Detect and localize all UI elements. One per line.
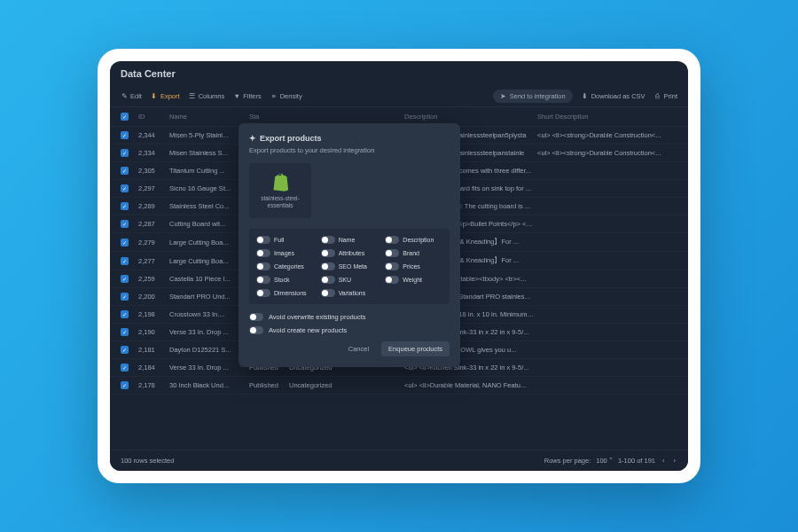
- avoid-create-label: Avoid create new products: [269, 326, 347, 334]
- option-toggle[interactable]: [321, 289, 335, 297]
- row-checkbox[interactable]: [121, 328, 129, 336]
- row-checkbox[interactable]: [121, 202, 129, 210]
- export-button[interactable]: ⬇ Export: [151, 92, 180, 100]
- row-checkbox[interactable]: [121, 364, 129, 372]
- row-checkbox[interactable]: [121, 275, 129, 283]
- send-label: Send to integration: [510, 92, 566, 100]
- row-checkbox[interactable]: [121, 257, 129, 265]
- row-checkbox[interactable]: [121, 239, 129, 246]
- option-toggle[interactable]: [385, 276, 399, 284]
- cell-id: 2,277: [138, 257, 169, 265]
- download-csv-button[interactable]: ⬇ Download as CSV: [582, 92, 645, 100]
- download-icon: ⬇: [151, 93, 158, 100]
- send-icon: ➤: [500, 93, 507, 100]
- header-checkbox[interactable]: [121, 113, 138, 121]
- cell-id: 2,184: [138, 364, 169, 372]
- cell-name: Sicno 16 Gauge St...: [169, 184, 249, 192]
- option-toggle[interactable]: [256, 262, 270, 270]
- header-id[interactable]: ID: [138, 113, 169, 121]
- option-toggle[interactable]: [385, 236, 399, 244]
- page-range: 1-100 of 191: [618, 457, 655, 465]
- cell-status: Published: [249, 381, 289, 389]
- cell-name: Misen Stainless S...: [169, 149, 249, 157]
- edit-button[interactable]: ✎ Edit: [121, 92, 142, 100]
- header-status[interactable]: Sta: [249, 113, 289, 121]
- cell-id: 2,181: [138, 346, 169, 354]
- row-checkbox[interactable]: [121, 293, 129, 301]
- table-row[interactable]: 2,17830 Inch Black Und...PublishedUncate…: [110, 377, 688, 395]
- filters-button[interactable]: ▼ Filters: [233, 92, 261, 100]
- option-toggle[interactable]: [256, 249, 270, 257]
- integration-card[interactable]: stainless-steel-essentials: [249, 163, 311, 218]
- option-toggle[interactable]: [385, 249, 399, 257]
- option-toggle[interactable]: [321, 236, 335, 244]
- cell-name: Titanium Cutting ...: [169, 167, 249, 175]
- cell-name: 30 Inch Black Und...: [169, 381, 249, 389]
- cell-name: Crosstown 33 In....: [169, 310, 249, 318]
- export-option: Brand: [385, 249, 442, 257]
- option-toggle[interactable]: [321, 276, 335, 284]
- cell-id: 2,279: [138, 239, 169, 246]
- prev-page-button[interactable]: ‹: [661, 457, 667, 465]
- avoid-overwrite-label: Avoid overwrite existing products: [269, 313, 366, 321]
- header-short-description[interactable]: Short Description: [537, 113, 677, 121]
- avoid-overwrite-toggle[interactable]: [249, 313, 263, 321]
- header-type[interactable]: [289, 113, 404, 121]
- option-label: Prices: [403, 263, 419, 270]
- rows-per-page-select[interactable]: 100 ˅: [596, 457, 613, 465]
- avoid-overwrite-row: Avoid overwrite existing products: [249, 313, 450, 321]
- option-toggle[interactable]: [256, 276, 270, 284]
- option-label: Attributes: [339, 250, 365, 256]
- toolbar: ✎ Edit ⬇ Export ☰ Columns ▼ Filters ≡ De…: [110, 86, 688, 107]
- option-toggle[interactable]: [321, 249, 335, 257]
- row-checkbox[interactable]: [121, 184, 129, 192]
- cell-name: Dayton D125221 S...: [169, 346, 249, 354]
- row-checkbox[interactable]: [121, 167, 129, 175]
- shopify-icon: [271, 172, 289, 192]
- cell-description: <ul> <li>Durable Material, NANO Featu...: [404, 381, 537, 389]
- chevron-down-icon: ˅: [609, 457, 613, 465]
- export-options: FullNameDescriptionImagesAttributesBrand…: [249, 229, 450, 304]
- columns-icon: ☰: [189, 93, 196, 100]
- option-label: Name: [339, 237, 356, 243]
- export-label: Export: [160, 92, 180, 100]
- row-checkbox[interactable]: [121, 149, 129, 157]
- avoid-create-toggle[interactable]: [249, 326, 263, 334]
- filter-icon: ▼: [233, 93, 240, 100]
- export-option: SKU: [321, 276, 379, 284]
- tablet-frame: Data Center ✎ Edit ⬇ Export ☰ Columns ▼ …: [98, 49, 700, 483]
- enqueue-button[interactable]: Enqueue products: [381, 341, 450, 356]
- cell-id: 2,334: [138, 149, 169, 157]
- option-toggle[interactable]: [321, 262, 335, 270]
- row-checkbox[interactable]: [121, 381, 129, 389]
- header-name[interactable]: Name: [169, 113, 249, 121]
- cancel-button[interactable]: Cancel: [341, 341, 376, 356]
- export-option: Attributes: [321, 249, 379, 257]
- send-integration-button[interactable]: ➤ Send to integration: [493, 90, 573, 103]
- header-description[interactable]: Description: [404, 113, 537, 121]
- export-option: Weight: [385, 276, 442, 284]
- option-toggle[interactable]: [256, 236, 270, 244]
- option-label: Full: [274, 237, 284, 243]
- row-checkbox[interactable]: [121, 346, 129, 354]
- row-checkbox[interactable]: [121, 220, 129, 228]
- cell-id: 2,178: [138, 381, 169, 389]
- option-label: SKU: [339, 277, 351, 283]
- export-option: Stock: [256, 276, 314, 284]
- next-page-button[interactable]: ›: [672, 457, 678, 465]
- option-toggle[interactable]: [256, 289, 270, 297]
- export-option: Categories: [256, 262, 314, 270]
- option-label: SEO Meta: [339, 263, 367, 270]
- export-option: Full: [256, 236, 314, 244]
- option-toggle[interactable]: [385, 262, 399, 270]
- modal-title: ✦ Export products: [249, 134, 450, 143]
- export-option: Images: [256, 249, 314, 257]
- row-checkbox[interactable]: [121, 131, 129, 139]
- edit-label: Edit: [130, 92, 142, 100]
- row-checkbox[interactable]: [121, 310, 129, 318]
- print-button[interactable]: ⎙ Print: [654, 92, 677, 100]
- columns-button[interactable]: ☰ Columns: [189, 92, 225, 100]
- density-button[interactable]: ≡ Density: [270, 92, 302, 100]
- density-label: Density: [280, 92, 302, 100]
- cell-id: 2,344: [138, 131, 169, 139]
